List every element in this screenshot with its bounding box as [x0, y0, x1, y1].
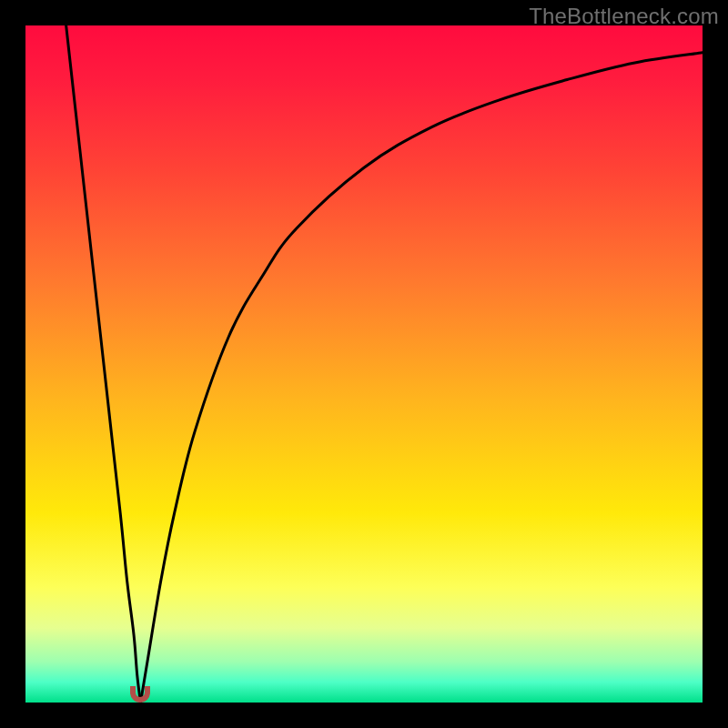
curve-left — [66, 25, 141, 703]
plot-area — [25, 25, 703, 703]
chart-frame: TheBottleneck.com — [0, 0, 728, 728]
bottleneck-curve — [25, 25, 703, 703]
curve-right — [140, 53, 703, 703]
